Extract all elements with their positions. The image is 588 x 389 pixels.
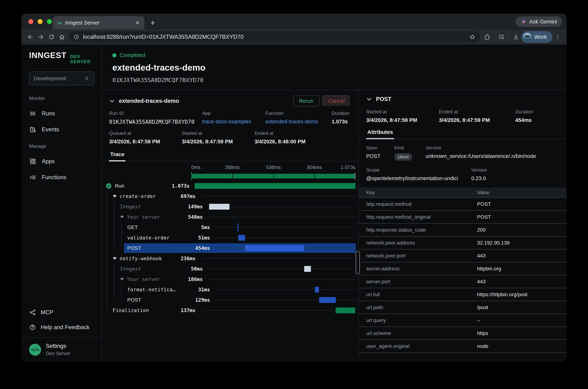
gemini-sparkle-icon — [521, 19, 527, 25]
meta-label: Duration — [515, 109, 566, 115]
trace-row[interactable]: Your server548ms — [102, 212, 358, 222]
trace-row[interactable]: Inngest149ms — [102, 201, 358, 212]
tab-attributes[interactable]: Attributes — [366, 129, 394, 139]
sidebar-item-runs[interactable]: Runs — [29, 110, 94, 117]
span-name-cell: Inngest — [102, 204, 186, 209]
environment-select[interactable]: Development — [29, 71, 94, 85]
trace-row[interactable]: POST129ms — [102, 295, 358, 305]
axis-label: 0ms — [191, 165, 201, 170]
span-track — [202, 253, 355, 264]
span-duration: 31ms — [194, 287, 210, 292]
url-bar[interactable]: localhost:8288/run?runID=01KJXTWA35SA8D2… — [69, 31, 480, 43]
traffic-lights — [28, 19, 52, 24]
trace-row[interactable]: Inngest50ms — [102, 264, 358, 274]
bookmark-star-icon[interactable] — [467, 32, 478, 42]
sidebar-item-events[interactable]: Events — [29, 126, 94, 133]
span-duration: 1.073s — [172, 183, 188, 189]
browser-tab[interactable]: ∞ Inngest Server ✕ — [53, 16, 144, 29]
attribute-key: http.request.method — [358, 201, 477, 207]
ask-gemini-label: Ask Gemini — [529, 19, 557, 25]
attribute-row: network.peer.address32.192.95.139 — [358, 236, 566, 249]
meta-value: 3/4/2026, 8:48:00 PM — [255, 139, 358, 145]
trace-row[interactable]: GET5ms — [102, 222, 358, 232]
meta-label: Function — [265, 110, 332, 116]
home-icon[interactable] — [57, 32, 67, 42]
trace-row[interactable]: Finalization137ms — [102, 305, 358, 316]
profile-chip[interactable]: Work — [521, 31, 552, 43]
span-duration: 50ms — [186, 266, 203, 272]
functions-icon — [29, 174, 36, 181]
span-duration: 129ms — [194, 297, 210, 303]
ask-gemini-button[interactable]: Ask Gemini — [515, 16, 562, 27]
section-label-manage: Manage — [29, 143, 94, 149]
collapse-chevron-icon[interactable] — [366, 96, 372, 102]
rerun-button[interactable]: Rerun — [293, 96, 319, 106]
site-info-icon[interactable] — [73, 34, 79, 40]
expander-triangle-icon[interactable] — [120, 278, 124, 281]
reload-icon[interactable] — [46, 32, 57, 42]
trace-row[interactable]: format-notifica…31ms — [102, 284, 358, 295]
meta-field: Started at3/4/2026, 8:47:59 PM — [366, 109, 439, 123]
new-tab-button[interactable]: + — [147, 17, 158, 28]
browser-menu-icon[interactable] — [552, 32, 563, 42]
track-line — [202, 258, 355, 259]
attribute-key: url.scheme — [358, 330, 477, 336]
sidebar-item-apps[interactable]: Apps — [29, 158, 94, 165]
trace-row[interactable]: validate-order51ms — [102, 232, 358, 243]
trace-row[interactable]: POST454ms — [102, 243, 358, 253]
trace-row[interactable]: Run1.073s — [102, 181, 358, 191]
attribute-value: -- — [477, 318, 481, 323]
expander-triangle-icon[interactable] — [120, 216, 124, 218]
meta-field: Duration1.073s — [332, 110, 358, 125]
span-duration: 697ms — [179, 194, 195, 199]
profile-label: Work — [534, 34, 547, 40]
extensions-icon[interactable] — [482, 32, 492, 42]
dev-server-icon: </> — [29, 344, 41, 356]
maximize-window-button[interactable] — [47, 19, 52, 24]
run-meta-row-2: Queued at3/4/2026, 8:47:58 PMStarted at3… — [102, 125, 358, 145]
sidebar-item-mcp[interactable]: MCP — [29, 309, 94, 316]
meta-value[interactable]: extended-traces-demo — [265, 119, 332, 125]
help-icon — [29, 324, 36, 331]
tab-close-icon[interactable]: ✕ — [135, 20, 140, 26]
version-field: Version 0.23.0 — [471, 167, 563, 181]
sidebar-item-functions[interactable]: Functions — [29, 174, 94, 181]
download-icon[interactable] — [511, 32, 521, 42]
trace-row[interactable]: create-order697ms — [102, 191, 358, 201]
close-window-button[interactable] — [28, 19, 33, 24]
sidebar-item-help[interactable]: Help and Feedback — [29, 324, 94, 331]
span-bar — [209, 204, 230, 210]
attribute-row: server.port443 — [358, 275, 566, 288]
scrollbar-thumb[interactable] — [356, 251, 360, 274]
forward-icon[interactable] — [36, 32, 46, 42]
minimize-window-button[interactable] — [38, 19, 43, 24]
meta-value[interactable]: trace-docs-examples — [202, 119, 265, 125]
attributes-table-body: http.request.methodPOSThttp.request.meth… — [358, 198, 566, 353]
browser-tab-strip: ∞ Inngest Server ✕ + Ask Gemini — [22, 14, 566, 29]
tab-trace[interactable]: Trace — [109, 151, 125, 162]
span-bar — [195, 183, 355, 189]
trace-row[interactable]: Your server186ms — [102, 274, 358, 284]
search-tabs-icon[interactable] — [496, 32, 507, 42]
avatar — [523, 33, 531, 41]
sidebar-item-settings[interactable]: </> Settings Dev Server — [22, 337, 102, 361]
cancel-button[interactable]: Cancel — [323, 96, 351, 106]
attribute-value: 443 — [477, 279, 486, 285]
timeline-minimap[interactable] — [191, 172, 355, 180]
scope-field: Scope @opentelemetry/instrumentation-und… — [366, 167, 471, 181]
meta-label: Run ID — [109, 110, 202, 116]
collapse-chevron-icon[interactable] — [109, 98, 115, 104]
span-name: Your server — [127, 277, 160, 282]
meta-value: 01KJXTWA35SA8D2MCQF7BXYD70 — [109, 119, 202, 125]
trace-row[interactable]: notify-webhook236ms — [102, 253, 358, 264]
apps-icon — [29, 158, 36, 165]
back-icon[interactable] — [25, 32, 36, 42]
track-line — [209, 206, 355, 207]
expander-triangle-icon[interactable] — [113, 257, 117, 260]
browser-toolbar: localhost:8288/run?runID=01KJXTWA35SA8D2… — [22, 29, 566, 45]
attribute-value: httpbin.org — [477, 266, 501, 272]
span-bar — [238, 235, 245, 241]
attributes-table: Key Value http.request.methodPOSThttp.re… — [358, 188, 566, 353]
span-duration: 548ms — [186, 214, 203, 220]
expander-triangle-icon[interactable] — [113, 195, 117, 197]
